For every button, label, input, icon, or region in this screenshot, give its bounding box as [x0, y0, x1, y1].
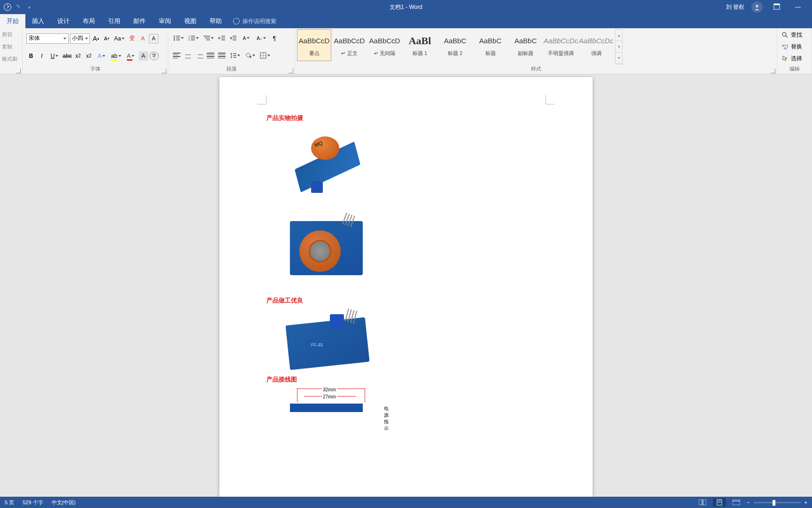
line-spacing-button[interactable] [228, 51, 242, 60]
tab-mailings[interactable]: 邮件 [127, 14, 152, 28]
sensor-image-2[interactable] [266, 207, 546, 292]
font-name-select[interactable]: 宋体 [26, 33, 69, 44]
clear-format-button[interactable]: A [138, 34, 148, 43]
highlight-button[interactable]: ab [109, 51, 123, 61]
align-left-button[interactable] [172, 51, 181, 60]
svg-rect-18 [221, 36, 225, 37]
phonetic-guide-button[interactable]: 变 [127, 34, 137, 43]
page-count[interactable]: 5 页 [5, 499, 14, 506]
paragraph-dialog-icon[interactable] [289, 69, 293, 73]
cut-button[interactable]: 剪切 [2, 30, 20, 40]
print-layout-button[interactable] [713, 498, 726, 507]
margin-corner-tl [257, 95, 266, 104]
replace-button[interactable]: abac 替换 [782, 42, 807, 51]
find-button[interactable]: 查找 [782, 31, 807, 40]
char-shading-button[interactable]: A [139, 51, 148, 61]
style-item-1[interactable]: AaBbCcD↵ 正文 [332, 29, 367, 61]
numbering-button[interactable]: 123 [187, 33, 200, 43]
tab-design[interactable]: 设计 [51, 14, 76, 28]
style-item-7[interactable]: AaBbCcDc不明显强调 [544, 29, 578, 61]
cursor-icon [782, 55, 789, 62]
bullets-button[interactable] [172, 33, 185, 43]
char-border-button[interactable]: A [149, 34, 158, 43]
style-item-8[interactable]: AaBbCcDc强调 [579, 29, 613, 61]
web-layout-button[interactable] [730, 498, 743, 507]
font-size-select[interactable]: 小四 [70, 33, 90, 44]
tell-me-search[interactable]: 操作说明搜索 [228, 14, 276, 28]
superscript-button[interactable]: x2 [84, 51, 94, 61]
increase-indent-button[interactable] [228, 33, 238, 43]
copy-button[interactable]: 复制 [2, 42, 20, 52]
multilevel-list-button[interactable] [202, 33, 215, 43]
style-item-4[interactable]: AaBbC标题 2 [438, 29, 472, 61]
sort-button[interactable]: A↓ [255, 33, 268, 43]
svg-rect-26 [233, 55, 236, 56]
subscript-button[interactable]: x2 [73, 51, 83, 61]
margin-corner-tr [546, 95, 555, 104]
tab-help[interactable]: 帮助 [203, 14, 228, 28]
ribbon-options-icon[interactable] [770, 3, 784, 11]
document-title: 文档1 - Word [390, 3, 422, 11]
justify-button[interactable] [206, 51, 215, 60]
format-painter-button[interactable]: 格式刷 [2, 55, 20, 64]
tab-references[interactable]: 引用 [102, 14, 127, 28]
zoom-slider[interactable] [754, 502, 801, 503]
user-avatar[interactable] [751, 1, 763, 13]
style-gallery-scroll[interactable]: ▴▾▾ [615, 29, 623, 64]
font-dialog-icon[interactable] [162, 69, 166, 73]
borders-button[interactable] [258, 51, 272, 60]
sensor-image-3[interactable]: FC-22 [266, 310, 546, 371]
clipboard-dialog-icon[interactable] [16, 69, 21, 73]
svg-point-5 [174, 38, 175, 39]
sensor-image-1[interactable]: MQ [266, 127, 546, 202]
wiring-diagram-image[interactable]: 32mm 27mm 电源指示 [266, 389, 546, 412]
align-center-button[interactable] [183, 51, 193, 60]
font-color-button[interactable]: A [124, 51, 137, 61]
svg-rect-6 [176, 38, 180, 39]
style-item-3[interactable]: AaBl标题 1 [403, 29, 437, 61]
tab-home[interactable]: 开始 [0, 14, 25, 28]
show-marks-button[interactable]: ¶ [270, 33, 279, 43]
align-right-button[interactable] [195, 51, 204, 60]
decrease-indent-button[interactable] [217, 33, 226, 43]
svg-rect-24 [231, 54, 232, 57]
tab-insert[interactable]: 插入 [25, 14, 51, 28]
document-area[interactable]: 产品实物拍摄 MQ 产品做工优良 [0, 74, 812, 497]
tab-review[interactable]: 审阅 [152, 14, 178, 28]
italic-button[interactable]: I [37, 51, 47, 61]
style-item-0[interactable]: AaBbCcD要点 [297, 29, 331, 61]
word-count[interactable]: 529 个字 [23, 499, 43, 506]
zoom-in-button[interactable]: + [804, 500, 807, 505]
zoom-out-button[interactable]: − [747, 500, 750, 505]
select-button[interactable]: 选择 [782, 54, 807, 63]
page: 产品实物拍摄 MQ 产品做工优良 [219, 77, 593, 497]
style-item-2[interactable]: AaBbCcD↵ 无间隔 [367, 29, 402, 61]
tab-layout[interactable]: 布局 [76, 14, 102, 28]
asian-layout-button[interactable]: A [240, 33, 253, 43]
read-mode-button[interactable] [696, 498, 709, 507]
lightbulb-icon [233, 18, 240, 24]
autosave-icon[interactable] [4, 3, 11, 11]
underline-button[interactable]: U [48, 51, 61, 61]
svg-rect-21 [233, 36, 236, 37]
enclose-char-button[interactable]: 字 [149, 52, 159, 60]
save-icon[interactable]: ✎ [16, 3, 23, 11]
minimize-button[interactable]: — [791, 4, 805, 10]
svg-rect-22 [233, 38, 236, 39]
shrink-font-button[interactable]: A▾ [102, 34, 111, 43]
svg-rect-15 [203, 36, 210, 37]
bold-button[interactable]: B [26, 51, 36, 61]
qat-more-icon[interactable]: ▾ [28, 5, 31, 10]
tab-view[interactable]: 视图 [178, 14, 203, 28]
text-effects-button[interactable]: A [95, 51, 108, 61]
distribute-button[interactable] [217, 51, 226, 60]
change-case-button[interactable]: Aa [113, 34, 126, 43]
grow-font-button[interactable]: A▴ [91, 34, 101, 43]
style-item-6[interactable]: AaBbC副标题 [508, 29, 543, 61]
styles-dialog-icon[interactable] [771, 69, 775, 73]
user-name[interactable]: 刘 登权 [726, 3, 744, 11]
language[interactable]: 中文(中国) [52, 499, 76, 506]
style-item-5[interactable]: AaBbC标题 [473, 29, 508, 61]
shading-button[interactable] [243, 51, 257, 60]
strikethrough-button[interactable]: abc [62, 51, 72, 61]
